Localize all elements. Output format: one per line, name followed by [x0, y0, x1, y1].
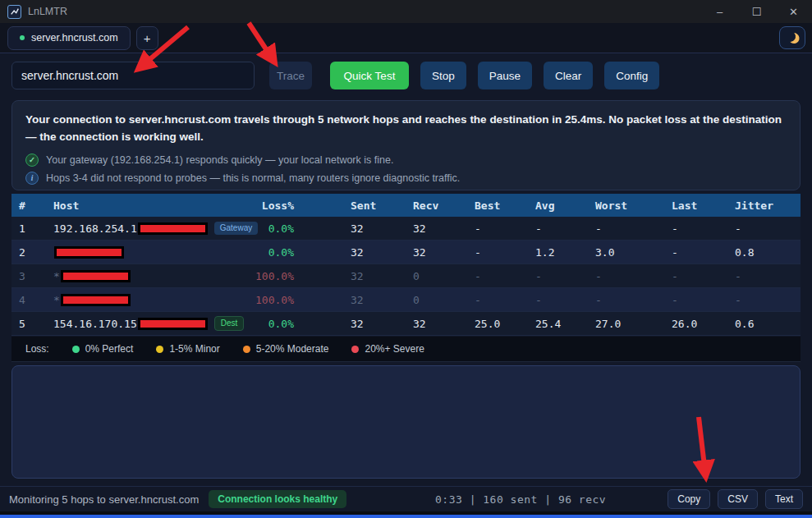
- hop-loss: 100.0%: [225, 288, 294, 311]
- col-header-jitter: Jitter: [735, 194, 773, 217]
- config-button[interactable]: Config: [604, 62, 659, 89]
- hop-last: -: [672, 241, 678, 264]
- hop-number: 3: [19, 264, 25, 287]
- hop-avg: 1.2: [535, 241, 554, 264]
- stop-button[interactable]: Stop: [420, 62, 466, 89]
- tab-bar: server.hncrust.com +: [0, 23, 812, 53]
- hop-avg: -: [535, 288, 542, 311]
- col-header-num: #: [19, 194, 25, 217]
- col-header-sent: Sent: [351, 194, 376, 217]
- hop-worst: -: [595, 288, 602, 311]
- col-header-last: Last: [672, 194, 697, 217]
- col-header-best: Best: [475, 194, 500, 217]
- col-header-loss: Loss%: [225, 194, 294, 217]
- copy-button[interactable]: Copy: [667, 489, 710, 509]
- pause-button[interactable]: Pause: [478, 62, 532, 89]
- table-row[interactable]: 4 * 100.0% 32 0 - - - - -: [11, 288, 801, 312]
- hop-loss: 0.0%: [225, 312, 294, 335]
- summary-note: i Hops 3-4 did not respond to probes — t…: [25, 172, 787, 185]
- legend-item: 1-5% Minor: [156, 343, 219, 355]
- hop-sent: 32: [351, 264, 364, 287]
- hop-jitter: 0.8: [735, 241, 754, 264]
- table-row[interactable]: 2 0.0% 32 32 - 1.2 3.0 - 0.8: [11, 241, 801, 264]
- info-circle-icon: i: [25, 172, 39, 185]
- table-body: 1 192.168.254.1 Gateway 0.0% 32 32 - - -…: [11, 217, 801, 336]
- hop-number: 1: [19, 217, 25, 240]
- col-header-worst: Worst: [595, 194, 627, 217]
- monitoring-status-text: Monitoring 5 hops to server.hncrust.com: [9, 493, 199, 506]
- legend-text: 5-20% Moderate: [256, 343, 329, 355]
- table-row[interactable]: 1 192.168.254.1 Gateway 0.0% 32 32 - - -…: [11, 217, 801, 241]
- quick-test-button[interactable]: Quick Test: [330, 62, 409, 89]
- bottom-accent-bar: [0, 515, 812, 518]
- hop-best: -: [475, 264, 481, 287]
- table-row[interactable]: 5 154.16.170.15 Dest 0.0% 32 32 25.0 25.…: [11, 312, 801, 336]
- hop-recv: 32: [413, 241, 426, 264]
- tab-server-hncrust[interactable]: server.hncrust.com: [7, 26, 131, 50]
- toolbar: Trace Quick Test Stop Pause Clear Config: [0, 53, 812, 98]
- legend-text: 20%+ Severe: [365, 343, 424, 355]
- col-header-recv: Recv: [413, 194, 438, 217]
- minimize-button[interactable]: –: [701, 0, 738, 23]
- close-button[interactable]: ✕: [775, 0, 812, 23]
- note-text: Your gateway (192.168.254.1) responds qu…: [46, 154, 393, 166]
- hop-number: 4: [19, 288, 25, 311]
- legend-item: 0% Perfect: [72, 343, 134, 355]
- summary-panel: Your connection to server.hncrust.com tr…: [11, 100, 801, 190]
- hop-host-text: 192.168.254.1: [53, 222, 137, 235]
- redaction-box: [61, 294, 131, 306]
- col-header-avg: Avg: [535, 194, 554, 217]
- window-title: LnLMTR: [28, 6, 67, 17]
- hop-worst: -: [595, 217, 602, 240]
- hop-host-text: *: [53, 294, 60, 306]
- hops-table: # Host Loss% Sent Recv Best Avg Worst La…: [11, 194, 801, 336]
- tab-label: server.hncrust.com: [31, 32, 118, 44]
- redaction-box: [138, 318, 208, 330]
- legend-dot-icon: [156, 346, 163, 353]
- redaction-box: [54, 246, 124, 259]
- hop-sent: 32: [351, 312, 364, 335]
- hop-last: -: [672, 288, 678, 311]
- hop-best: 25.0: [475, 312, 500, 335]
- hop-worst: 27.0: [595, 312, 621, 335]
- summary-note: ✓ Your gateway (192.168.254.1) responds …: [25, 154, 787, 167]
- app-logo-chart-icon: [7, 5, 21, 19]
- maximize-button[interactable]: ☐: [738, 0, 775, 23]
- clear-button[interactable]: Clear: [544, 62, 593, 89]
- hop-worst: -: [595, 264, 602, 287]
- hop-jitter: -: [735, 264, 741, 287]
- hop-last: 26.0: [672, 312, 697, 335]
- hop-worst: 3.0: [595, 241, 614, 264]
- redaction-box: [61, 270, 131, 282]
- hop-jitter: -: [735, 288, 741, 311]
- text-button[interactable]: Text: [765, 489, 803, 509]
- hop-best: -: [475, 217, 481, 240]
- legend-dot-icon: [72, 346, 80, 353]
- health-badge: Connection looks healthy: [209, 490, 346, 508]
- trace-button[interactable]: Trace: [269, 62, 312, 89]
- hop-host-text: 154.16.170.15: [53, 318, 137, 330]
- latency-chart-panel: [11, 365, 801, 479]
- hop-best: -: [475, 241, 481, 264]
- host-input[interactable]: [11, 62, 255, 89]
- hop-loss: 100.0%: [225, 264, 294, 287]
- theme-toggle-button[interactable]: [779, 26, 805, 49]
- csv-button[interactable]: CSV: [718, 489, 758, 509]
- status-bar: Monitoring 5 hops to server.hncrust.com …: [0, 486, 812, 511]
- hop-last: -: [672, 217, 678, 240]
- hop-sent: 32: [351, 217, 364, 240]
- add-tab-button[interactable]: +: [136, 26, 158, 50]
- hop-best: -: [475, 288, 481, 311]
- legend-item: 20%+ Severe: [351, 343, 424, 355]
- table-row[interactable]: 3 * 100.0% 32 0 - - - - -: [11, 264, 801, 288]
- check-circle-icon: ✓: [25, 154, 39, 167]
- legend-item: 5-20% Moderate: [243, 343, 329, 355]
- hop-recv: 32: [413, 217, 426, 240]
- legend-dot-icon: [243, 346, 250, 353]
- legend-dot-icon: [351, 346, 359, 353]
- summary-notes: ✓ Your gateway (192.168.254.1) responds …: [25, 154, 787, 185]
- hop-loss: 0.0%: [225, 241, 294, 264]
- window-controls: – ☐ ✕: [701, 0, 812, 23]
- title-bar: LnLMTR – ☐ ✕: [0, 0, 812, 23]
- hop-host: *: [53, 264, 131, 287]
